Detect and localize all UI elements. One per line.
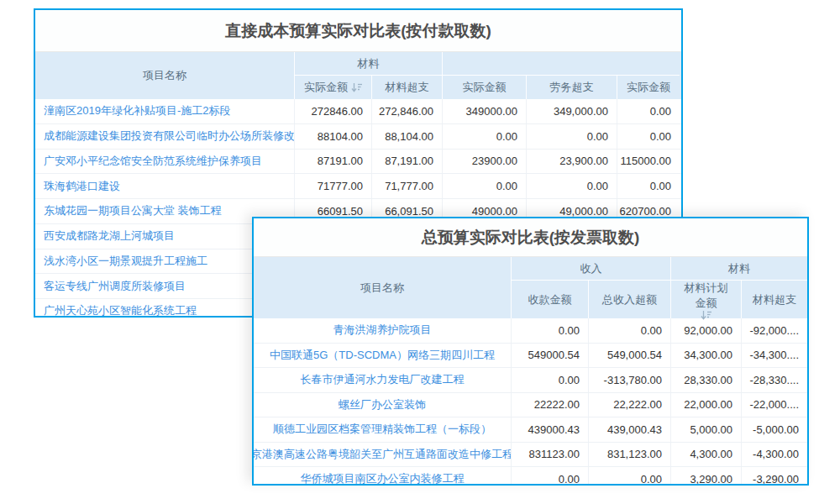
amount-cell: -3,290.00 [741,467,807,486]
amount-cell: 549,000.54 [588,344,670,368]
amount-cell: 22,222.00 [588,393,670,417]
column-header-actual-amount[interactable]: 实际金额 [294,76,371,99]
group-header-empty [442,52,680,75]
group-header-material: 材料 [294,52,442,75]
amount-cell[interactable]: 0.00 [617,174,680,198]
amount-cell: 5,000.00 [670,417,741,442]
column-header-total-income-overrun: 总收入超额 [588,281,670,318]
amount-cell: -5,000.00 [741,417,807,442]
table-row: 广安邓小平纪念馆安全防范系统维护保养项目87191.0087,191.00239… [35,149,681,174]
amount-cell[interactable]: 87191.00 [294,150,371,174]
amount-cell[interactable]: 0.00 [617,124,680,149]
amount-cell[interactable]: 549000.54 [511,344,588,368]
amount-cell[interactable]: 71777.00 [294,174,371,198]
project-name-link[interactable]: 广安邓小平纪念馆安全防范系统维护保养项目 [35,150,294,174]
amount-cell: 0.00 [588,318,670,343]
column-header-labor-overrun: 劳务超支 [526,76,617,99]
project-name-link[interactable]: 长春市伊通河水力发电厂改建工程 [254,368,511,392]
amount-cell: 0.00 [588,467,670,486]
column-header-material-overrun: 材料超支 [741,281,807,318]
amount-cell: 349,000.00 [526,99,617,123]
amount-cell[interactable]: 0.00 [442,174,526,198]
table-row: 京港澳高速公路粤境韶关至广州互通路面改造中修工程831123.00831,123… [254,442,807,467]
table-row: 华侨城项目南区办公室内装修工程0.000.003,290.00-3,290.00 [254,466,807,486]
table-row: 中国联通5G（TD-SCDMA）网络三期四川工程549000.54549,000… [254,343,807,368]
amount-cell[interactable]: 439000.43 [511,417,588,442]
table-title: 直接成本预算实际对比表(按付款取数) [35,10,681,52]
amount-cell: 0.00 [526,174,617,198]
amount-cell[interactable]: 349000.00 [442,99,526,123]
project-name-link[interactable]: 珠海鹤港口建设 [35,174,294,198]
column-header-received-amount: 收款金额 [511,281,588,318]
amount-cell: -92,000.... [741,318,807,343]
amount-cell: 0.00 [526,124,617,149]
table-row: 青海洪湖养护院项目0.000.0092,000.00-92,000.... [254,318,807,343]
column-header-actual-amount: 实际金额 [617,76,680,99]
table-header: 项目名称 材料 实际金额 材料超支 实际金额 劳务超支 实际金额 [35,52,681,99]
total-budget-table: 总预算实际对比表(按发票取数) 项目名称 收入 材料 收款金额 总收入超额 材料… [252,217,809,486]
project-name-link[interactable]: 螺丝厂办公室装饰 [254,393,511,417]
amount-cell: -22,000.... [741,393,807,417]
amount-cell[interactable]: 272846.00 [294,99,371,123]
table-body: 青海洪湖养护院项目0.000.0092,000.00-92,000....中国联… [254,318,807,486]
amount-cell: 831,123.00 [588,443,670,467]
table-row: 珠海鹤港口建设71777.0071,777.000.000.000.00 [35,173,681,198]
column-header-material-plan-amount[interactable]: 材料计划金额 [670,281,741,318]
amount-cell[interactable]: 88104.00 [294,124,371,149]
amount-cell: -313,780.00 [588,368,670,392]
amount-cell: -28,330.... [741,368,807,392]
amount-cell: -34,300.... [741,344,807,368]
project-name-link[interactable]: 顺德工业园区档案管理精装饰工程（一标段） [254,417,511,442]
amount-cell[interactable]: 0.00 [511,318,588,343]
project-name-link[interactable]: 潼南区2019年绿化补贴项目-施工2标段 [35,99,294,123]
amount-cell: 34,300.00 [670,344,741,368]
sort-descending-icon[interactable] [351,82,362,92]
amount-cell[interactable]: 0.00 [442,124,526,149]
amount-cell: 92,000.00 [670,318,741,343]
project-name-link[interactable]: 华侨城项目南区办公室内装修工程 [254,467,511,486]
project-name-link[interactable]: 京港澳高速公路粤境韶关至广州互通路面改造中修工程 [254,443,511,467]
amount-cell: -4,300.00 [741,443,807,467]
amount-cell[interactable]: 0.00 [511,467,588,486]
table-row: 长春市伊通河水力发电厂改建工程0.00-313,780.0028,330.00-… [254,367,807,392]
table-row: 成都能源建设集团投资有限公司临时办公场所装修改造88104.0088,104.0… [35,123,681,149]
page: { "colors": { "table_border": "#00a2e8",… [0,0,840,504]
table-row: 潼南区2019年绿化补贴项目-施工2标段272846.00272,846.003… [35,99,681,123]
amount-cell: 88,104.00 [371,124,442,149]
project-name-link[interactable]: 青海洪湖养护院项目 [254,318,511,343]
group-header-income: 收入 [511,257,670,280]
amount-cell: 4,300.00 [670,443,741,467]
amount-cell: 22,000.00 [670,393,741,417]
amount-cell[interactable]: 115000.00 [617,150,680,174]
amount-cell: 3,290.00 [670,467,741,486]
project-name-link[interactable]: 中国联通5G（TD-SCDMA）网络三期四川工程 [254,344,511,368]
amount-cell: 71,777.00 [371,174,442,198]
column-header-project-name: 项目名称 [35,52,294,99]
amount-cell: 87,191.00 [371,150,442,174]
group-header-material: 材料 [670,257,807,280]
amount-cell[interactable]: 23900.00 [442,150,526,174]
table-header: 项目名称 收入 材料 收款金额 总收入超额 材料计划金额 材料超支 [254,257,807,318]
project-name-link[interactable]: 成都能源建设集团投资有限公司临时办公场所装修改造 [35,124,294,149]
amount-cell[interactable]: 22222.00 [511,393,588,417]
amount-cell: 439,000.43 [588,417,670,442]
amount-cell: 23,900.00 [526,150,617,174]
amount-cell: 272,846.00 [371,99,442,123]
amount-cell[interactable]: 0.00 [617,99,680,123]
column-header-project-name: 项目名称 [254,257,511,318]
table-row: 螺丝厂办公室装饰22222.0022,222.0022,000.00-22,00… [254,392,807,417]
table-row: 顺德工业园区档案管理精装饰工程（一标段）439000.43439,000.435… [254,417,807,442]
amount-cell[interactable]: 831123.00 [511,443,588,467]
table-title: 总预算实际对比表(按发票取数) [254,218,807,257]
amount-cell: 28,330.00 [670,368,741,392]
column-header-material-overrun: 材料超支 [371,76,442,99]
amount-cell[interactable]: 0.00 [511,368,588,392]
column-header-actual-amount: 实际金额 [442,76,526,99]
